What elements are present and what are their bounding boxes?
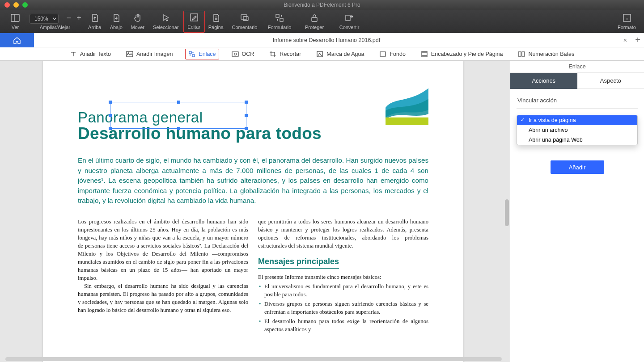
convert-tool-button[interactable]: Convertir — [332, 11, 367, 33]
crop-button[interactable]: Recortar — [267, 49, 304, 59]
close-tab-button[interactable]: × — [619, 36, 631, 44]
background-button[interactable]: Fondo — [377, 49, 408, 59]
svg-rect-13 — [346, 15, 350, 21]
document-title: Informe sobre Desarrollo Humano 2016.pdf — [34, 37, 619, 43]
page-up-button[interactable]: Arriba — [84, 11, 106, 33]
svg-rect-6 — [241, 15, 247, 19]
doc-section-heading: Mensajes principales — [258, 256, 339, 269]
background-label: Fondo — [390, 51, 405, 57]
add-link-button[interactable]: Añadir — [551, 160, 604, 174]
dropdown-option-open-file[interactable]: Abrir un archivo — [517, 125, 637, 135]
form-icon — [275, 13, 284, 23]
link-action-select[interactable]: Ir a vista de página Ir a vista de págin… — [517, 115, 638, 126]
chevron-down-icon — [53, 17, 56, 21]
panel-tabs: Acciones Aspecto — [510, 73, 644, 89]
add-image-button[interactable]: Añadir Imagen — [123, 49, 175, 59]
home-tab[interactable] — [0, 33, 34, 47]
view-label: Ver — [12, 25, 19, 30]
image-icon — [126, 51, 133, 58]
zoom-value: 150% — [34, 16, 48, 22]
svg-rect-9 — [280, 18, 283, 21]
crop-icon — [269, 51, 276, 58]
text-selection-box[interactable] — [110, 102, 246, 129]
hand-tool-button[interactable]: Mover — [127, 11, 148, 33]
tab-appearance[interactable]: Aspecto — [577, 73, 644, 89]
header-footer-icon — [421, 51, 428, 58]
page-up-label: Arriba — [88, 25, 101, 30]
info-panel-icon — [622, 13, 632, 23]
dropdown-option-goto-page[interactable]: Ir a vista de página — [517, 115, 637, 125]
titlebar: Bienvenido a PDFelement 6 Pro — [0, 0, 644, 10]
page-icon — [211, 13, 221, 23]
ocr-button[interactable]: OCR — [229, 49, 257, 59]
add-text-button[interactable]: Añadir Texto — [67, 49, 114, 59]
svg-rect-29 — [522, 52, 525, 56]
bates-icon — [518, 51, 525, 58]
minimize-window-icon[interactable] — [13, 2, 19, 8]
svg-point-10 — [277, 20, 278, 21]
link-label: Enlace — [199, 51, 216, 57]
window-controls — [4, 2, 28, 8]
svg-point-11 — [281, 16, 282, 17]
horizontal-scrollbar[interactable] — [0, 356, 510, 362]
page-down-icon — [111, 13, 121, 23]
app-title: Bienvenido a PDFelement 6 Pro — [0, 2, 644, 8]
svg-point-18 — [128, 52, 129, 53]
tab-strip: Informe sobre Desarrollo Humano 2016.pdf… — [0, 33, 644, 47]
form-tool-button[interactable]: Formulario — [262, 11, 297, 33]
svg-rect-12 — [312, 17, 317, 21]
svg-rect-21 — [232, 52, 238, 56]
edit-tool-button[interactable]: Editar — [183, 11, 205, 33]
comment-tool-button[interactable]: Comentario — [227, 11, 262, 33]
edit-icon — [189, 13, 199, 22]
zoom-select[interactable]: 150% — [30, 14, 59, 24]
hand-label: Mover — [131, 25, 144, 30]
lock-icon — [309, 13, 319, 23]
home-icon — [13, 36, 21, 45]
svg-rect-19 — [189, 51, 191, 54]
doc-body-text: Sin embargo, el desarrollo humano ha sid… — [78, 282, 248, 314]
doc-bullet-item: El universalismo es fundamental para el … — [258, 282, 428, 299]
doc-bullet-list: El universalismo es fundamental para el … — [258, 282, 428, 333]
link-action-label: Vincular acción — [517, 95, 638, 109]
tab-actions[interactable]: Acciones — [510, 73, 577, 89]
svg-rect-17 — [127, 51, 133, 57]
add-text-label: Añadir Texto — [80, 51, 111, 57]
doc-columns: Los progresos realizados en el ámbito de… — [78, 218, 428, 334]
page-down-button[interactable]: Abajo — [106, 11, 127, 33]
zoom-window-icon[interactable] — [22, 2, 28, 8]
convert-label: Convertir — [339, 25, 360, 30]
watermark-button[interactable]: Marca de Agua — [314, 49, 367, 59]
ocr-icon — [232, 51, 239, 58]
doc-bullet-item: Diversos grupos de personas siguen sufri… — [258, 300, 428, 316]
doc-body-text: que permitirán a todos los seres humanos… — [258, 218, 428, 250]
svg-rect-24 — [380, 52, 386, 56]
bates-button[interactable]: Numeración Bates — [515, 49, 577, 59]
text-icon — [70, 51, 77, 58]
protect-tool-button[interactable]: Proteger — [297, 11, 332, 33]
link-button[interactable]: Enlace — [185, 49, 219, 59]
select-tool-button[interactable]: Seleccionar — [148, 11, 183, 33]
new-tab-button[interactable]: + — [631, 35, 644, 45]
bates-label: Numeración Bates — [528, 51, 574, 57]
dropdown-option-open-web[interactable]: Abrir una página Web — [517, 135, 637, 145]
view-button[interactable]: Ver — [4, 11, 26, 33]
format-label: Formato — [618, 25, 636, 30]
link-icon — [188, 51, 195, 58]
panel-body: Vincular acción Ir a vista de página Ir … — [510, 89, 644, 180]
close-window-icon[interactable] — [4, 2, 10, 8]
svg-rect-23 — [317, 51, 322, 57]
svg-rect-0 — [11, 14, 19, 21]
format-panel-button[interactable]: Formato — [614, 11, 640, 33]
document-canvas[interactable]: Panorama general Desarrollo humano para … — [0, 61, 510, 362]
zoom-in-button[interactable]: + — [74, 13, 84, 30]
form-label: Formulario — [268, 25, 292, 30]
edit-subtoolbar: Añadir Texto Añadir Imagen Enlace OCR Re… — [0, 47, 644, 61]
header-footer-button[interactable]: Encabezado y Pie de Página — [418, 49, 506, 59]
svg-point-22 — [234, 53, 236, 55]
page-tool-button[interactable]: Página — [205, 11, 227, 33]
svg-rect-28 — [518, 52, 521, 56]
vertical-scrollbar[interactable] — [504, 61, 510, 362]
link-action-dropdown: Ir a vista de página Abrir un archivo Ab… — [517, 115, 638, 145]
edit-label: Editar — [187, 24, 200, 29]
